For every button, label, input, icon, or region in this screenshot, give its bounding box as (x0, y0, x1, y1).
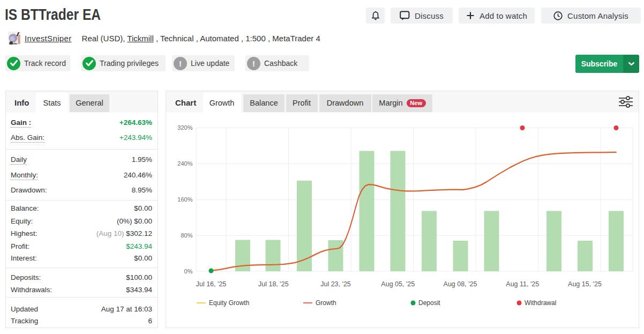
svg-text:Aug 08, '25: Aug 08, '25 (444, 280, 477, 288)
svg-text:Growth: Growth (316, 299, 336, 307)
svg-text:Aug 11, '25: Aug 11, '25 (506, 280, 539, 288)
svg-text:160%: 160% (177, 196, 192, 203)
svg-text:Deposit: Deposit (418, 299, 440, 307)
svg-text:320%: 320% (177, 124, 192, 131)
svg-text:Jul 18, '25: Jul 18, '25 (258, 280, 289, 288)
svg-text:Jul 23, '25: Jul 23, '25 (320, 280, 351, 288)
svg-text:Equity Growth: Equity Growth (209, 299, 249, 307)
svg-text:80%: 80% (181, 232, 192, 239)
svg-text:Withdrawal: Withdrawal (525, 299, 556, 307)
svg-text:Aug 05, '25: Aug 05, '25 (381, 280, 415, 288)
svg-text:Aug 15, '25: Aug 15, '25 (568, 280, 602, 288)
svg-text:240%: 240% (177, 160, 192, 167)
svg-text:Jul 16, '25: Jul 16, '25 (196, 280, 227, 288)
svg-text:0%: 0% (184, 268, 193, 274)
